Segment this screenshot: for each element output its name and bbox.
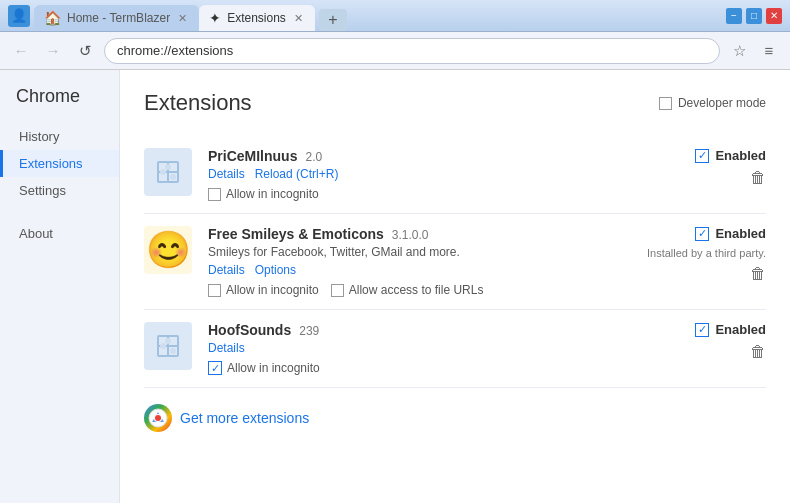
svg-point-11 [165, 338, 171, 344]
extensions-tab-close[interactable]: ✕ [292, 10, 305, 27]
smileys-delete-button[interactable]: 🗑 [750, 265, 766, 283]
pricemilnuus-version: 2.0 [305, 150, 322, 164]
nav-bar: ← → ↺ chrome://extensions ☆ ≡ [0, 32, 790, 70]
developer-mode-toggle[interactable]: Developer mode [659, 96, 766, 110]
close-button[interactable]: ✕ [766, 8, 782, 24]
sidebar-item-history[interactable]: History [0, 123, 119, 150]
hoofsounds-incognito-label: Allow in incognito [227, 361, 320, 375]
pricemilnuus-links: Details Reload (Ctrl+R) [208, 167, 630, 181]
sidebar-divider [0, 204, 119, 220]
hoofsounds-icon [144, 322, 192, 370]
get-more-section: Get more extensions [144, 404, 766, 440]
hoofsounds-version: 239 [299, 324, 319, 338]
hoofsounds-incognito[interactable]: ✓ Allow in incognito [208, 361, 630, 375]
smileys-version: 3.1.0.0 [392, 228, 429, 242]
main-layout: Chrome History Extensions Settings About… [0, 70, 790, 503]
pricemilnuus-reload-link[interactable]: Reload (Ctrl+R) [255, 167, 339, 181]
smileys-links: Details Options [208, 263, 630, 277]
pricemilnuus-delete-button[interactable]: 🗑 [750, 169, 766, 187]
svg-point-6 [170, 174, 176, 180]
smileys-file-access-checkbox[interactable] [331, 284, 344, 297]
pricemilnuus-enabled-label: Enabled [715, 148, 766, 163]
sidebar-title: Chrome [0, 86, 119, 123]
svg-point-16 [155, 415, 161, 421]
smileys-checkboxes-row: Allow in incognito Allow access to file … [208, 283, 630, 297]
home-tab-close[interactable]: ✕ [176, 10, 189, 27]
developer-mode-checkbox[interactable] [659, 97, 672, 110]
pricemilnuus-name: PriCeMIlnuus [208, 148, 297, 164]
smileys-file-access[interactable]: Allow access to file URLs [331, 283, 484, 297]
pricemilnuus-incognito-checkbox[interactable] [208, 188, 221, 201]
back-icon: ← [14, 42, 29, 59]
address-bar[interactable]: chrome://extensions [104, 38, 720, 64]
back-button[interactable]: ← [8, 38, 34, 64]
tab-bar: 🏠 Home - TermBlazer ✕ ✦ Extensions ✕ + [34, 0, 718, 31]
smileys-incognito-checkbox[interactable] [208, 284, 221, 297]
smileys-third-party-note: Installed by a third party. [647, 247, 766, 259]
nav-end-buttons: ☆ ≡ [726, 38, 782, 64]
smileys-incognito[interactable]: Allow in incognito [208, 283, 319, 297]
home-tab-label: Home - TermBlazer [67, 11, 170, 25]
pricemilnuus-name-row: PriCeMIlnuus 2.0 [208, 148, 630, 164]
smileys-enabled-label: Enabled [715, 226, 766, 241]
get-more-link[interactable]: Get more extensions [180, 410, 309, 426]
tab-home[interactable]: 🏠 Home - TermBlazer ✕ [34, 5, 199, 31]
smileys-name: Free Smileys & Emoticons [208, 226, 384, 242]
pricemilnuus-icon [144, 148, 192, 196]
chrome-store-icon [144, 404, 172, 432]
svg-point-13 [170, 348, 176, 354]
hoofsounds-incognito-checkbox[interactable]: ✓ [208, 361, 222, 375]
forward-button[interactable]: → [40, 38, 66, 64]
hoofsounds-delete-button[interactable]: 🗑 [750, 343, 766, 361]
hoofsounds-enabled-checkbox[interactable]: ✓ [695, 323, 709, 337]
pricemilnuus-info: PriCeMIlnuus 2.0 Details Reload (Ctrl+R)… [208, 148, 630, 201]
star-icon: ☆ [733, 42, 746, 60]
sidebar: Chrome History Extensions Settings About [0, 70, 120, 503]
smileys-name-row: Free Smileys & Emoticons 3.1.0.0 [208, 226, 630, 242]
hoofsounds-details-link[interactable]: Details [208, 341, 245, 355]
pricemilnuus-incognito[interactable]: Allow in incognito [208, 187, 630, 201]
extension-smileys: 😊 Free Smileys & Emoticons 3.1.0.0 Smile… [144, 214, 766, 310]
star-button[interactable]: ☆ [726, 38, 752, 64]
pricemilnuus-details-link[interactable]: Details [208, 167, 245, 181]
smileys-icon: 😊 [144, 226, 192, 274]
sidebar-item-settings[interactable]: Settings [0, 177, 119, 204]
svg-point-4 [165, 164, 171, 170]
address-text: chrome://extensions [117, 43, 233, 58]
sidebar-item-about[interactable]: About [0, 220, 119, 247]
developer-mode-label: Developer mode [678, 96, 766, 110]
new-tab-button[interactable]: + [319, 9, 347, 31]
maximize-button[interactable]: □ [746, 8, 762, 24]
content-header: Extensions Developer mode [144, 90, 766, 116]
pricemilnuus-enabled-checkbox[interactable]: ✓ [695, 149, 709, 163]
extension-pricemilnuus: PriCeMIlnuus 2.0 Details Reload (Ctrl+R)… [144, 136, 766, 214]
user-icon: 👤 [11, 8, 27, 23]
page-title: Extensions [144, 90, 252, 116]
hoofsounds-links: Details [208, 341, 630, 355]
hoofsounds-actions: ✓ Enabled 🗑 [646, 322, 766, 361]
reload-button[interactable]: ↺ [72, 38, 98, 64]
smileys-options-link[interactable]: Options [255, 263, 296, 277]
user-button[interactable]: 👤 [8, 5, 30, 27]
minimize-button[interactable]: − [726, 8, 742, 24]
pricemilnuus-enabled-row: ✓ Enabled [695, 148, 766, 163]
sidebar-item-extensions[interactable]: Extensions [0, 150, 119, 177]
tab-extensions[interactable]: ✦ Extensions ✕ [199, 5, 315, 31]
menu-button[interactable]: ≡ [756, 38, 782, 64]
hoofsounds-name: HoofSounds [208, 322, 291, 338]
extension-hoofsounds: HoofSounds 239 Details ✓ Allow in incogn… [144, 310, 766, 388]
home-tab-icon: 🏠 [44, 10, 61, 26]
smileys-details-link[interactable]: Details [208, 263, 245, 277]
sidebar-extensions-label: Extensions [19, 156, 83, 171]
sidebar-settings-label: Settings [19, 183, 66, 198]
extensions-tab-icon: ✦ [209, 10, 221, 26]
new-tab-icon: + [328, 11, 337, 29]
smileys-description: Smileys for Facebook, Twitter, GMail and… [208, 245, 630, 259]
svg-point-12 [160, 343, 166, 349]
extensions-tab-label: Extensions [227, 11, 286, 25]
smileys-enabled-checkbox[interactable]: ✓ [695, 227, 709, 241]
window-controls: − □ ✕ [726, 8, 782, 24]
menu-icon: ≡ [765, 42, 774, 59]
title-bar: 👤 🏠 Home - TermBlazer ✕ ✦ Extensions ✕ +… [0, 0, 790, 32]
hoofsounds-info: HoofSounds 239 Details ✓ Allow in incogn… [208, 322, 630, 375]
